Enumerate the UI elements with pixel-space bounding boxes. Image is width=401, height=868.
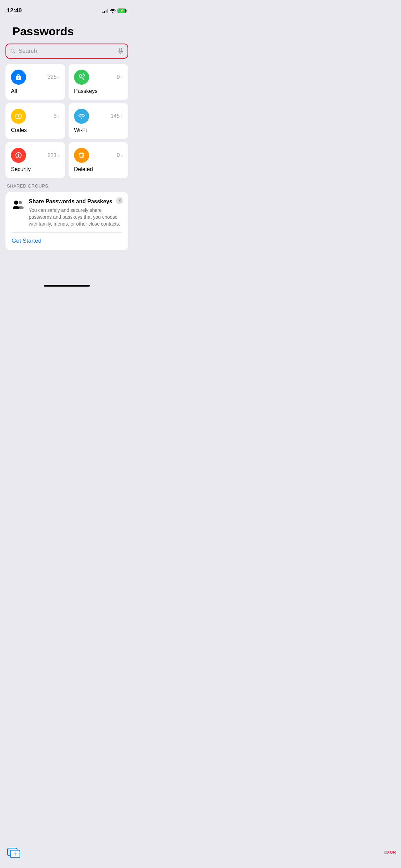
svg-point-8 <box>18 115 19 116</box>
deleted-label: Deleted <box>74 166 123 172</box>
search-bar[interactable]: Search <box>6 44 127 58</box>
chevron-icon: › <box>58 113 60 119</box>
wifi-card-icon <box>74 109 89 124</box>
svg-point-16 <box>19 201 22 204</box>
codes-count: 3 › <box>53 113 60 119</box>
status-time: 12:40 <box>7 7 22 14</box>
svg-rect-2 <box>120 48 122 52</box>
category-grid: 325 › All 0 <box>5 64 128 183</box>
svg-line-1 <box>14 52 15 53</box>
wifi-label: Wi-Fi <box>74 127 123 133</box>
mic-icon <box>118 48 123 55</box>
share-card: Share Passwords and Passkeys You can saf… <box>5 192 128 250</box>
chevron-icon: › <box>121 153 123 158</box>
share-close-button[interactable]: ✕ <box>116 197 123 204</box>
share-title: Share Passwords and Passkeys <box>29 198 122 205</box>
wifi-count: 145 › <box>111 113 123 119</box>
all-label: All <box>11 88 60 94</box>
passkeys-icon <box>74 70 89 85</box>
search-bar-highlight: Search <box>5 44 128 59</box>
svg-point-14 <box>14 201 18 205</box>
svg-point-11 <box>18 156 19 157</box>
battery-icon: ⚡ <box>118 9 127 13</box>
all-count: 325 › <box>48 74 60 80</box>
codes-icon <box>11 109 26 124</box>
svg-point-5 <box>83 75 85 76</box>
chevron-icon: › <box>58 74 60 80</box>
security-icon <box>11 148 26 163</box>
search-container: Search <box>5 44 128 59</box>
home-indicator <box>44 285 90 287</box>
search-placeholder: Search <box>19 48 115 55</box>
deleted-count: 0 › <box>117 152 123 158</box>
svg-point-17 <box>18 206 24 209</box>
security-label: Security <box>11 166 60 172</box>
chevron-icon: › <box>58 153 60 158</box>
share-people-icon <box>12 199 24 212</box>
wifi-icon <box>110 9 116 13</box>
page-title: Passwords <box>5 16 128 44</box>
card-passkeys[interactable]: 0 › Passkeys <box>69 64 128 100</box>
svg-point-4 <box>79 75 82 77</box>
security-count: 221 › <box>48 152 60 158</box>
card-deleted[interactable]: 0 › Deleted <box>69 142 128 178</box>
search-icon <box>10 48 16 54</box>
card-wifi[interactable]: 145 › Wi-Fi <box>69 103 128 139</box>
chevron-icon: › <box>121 74 123 80</box>
get-started-button[interactable]: Get Started <box>12 233 122 250</box>
card-codes[interactable]: 3 › Codes <box>5 103 65 139</box>
card-all[interactable]: 325 › All <box>5 64 65 100</box>
share-description: You can safely and securely share passwo… <box>29 207 122 228</box>
card-security[interactable]: 221 › Security <box>5 142 65 178</box>
codes-label: Codes <box>11 127 60 133</box>
chevron-icon: › <box>121 113 123 119</box>
passkeys-label: Passkeys <box>74 88 123 94</box>
all-icon <box>11 70 26 85</box>
passkeys-count: 0 › <box>117 74 123 80</box>
deleted-icon <box>74 148 89 163</box>
shared-groups-label: SHARED GROUPS <box>5 183 128 192</box>
status-icons: ⚡ <box>102 8 127 13</box>
share-text-block: Share Passwords and Passkeys You can saf… <box>29 198 122 228</box>
status-bar: 12:40 ⚡ <box>0 0 134 16</box>
signal-icon <box>102 8 108 13</box>
share-card-top: Share Passwords and Passkeys You can saf… <box>12 198 122 228</box>
